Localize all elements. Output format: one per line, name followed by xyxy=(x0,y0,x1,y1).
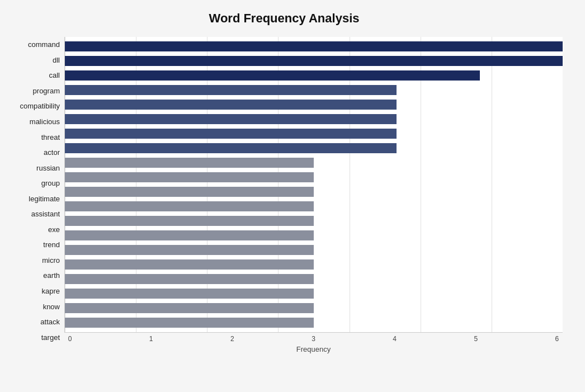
y-label-call: call xyxy=(49,72,60,79)
bar-row-exe xyxy=(65,214,563,228)
y-label-russian: russian xyxy=(36,164,60,172)
bar-threat xyxy=(65,129,397,139)
x-tick-1: 1 xyxy=(145,335,157,343)
bar-legitimate xyxy=(65,187,314,197)
bar-command xyxy=(65,41,563,51)
bars-and-x: 0123456 Frequency xyxy=(64,37,563,345)
bar-row-know xyxy=(65,286,563,301)
bar-row-russian xyxy=(65,155,563,170)
y-label-assistant: assistant xyxy=(31,210,60,218)
bar-call xyxy=(65,70,480,81)
bar-assistant xyxy=(65,201,314,211)
y-label-know: know xyxy=(43,303,60,310)
bar-know xyxy=(65,289,314,299)
bar-program xyxy=(65,85,397,95)
y-label-attack: attack xyxy=(40,318,60,325)
bar-row-kapre xyxy=(65,272,563,286)
bar-russian xyxy=(65,158,314,168)
bar-kapre xyxy=(65,274,314,284)
bar-row-group xyxy=(65,170,563,185)
y-axis: commanddllcallprogramcompatibilitymalici… xyxy=(6,37,64,345)
bar-row-call xyxy=(65,68,563,83)
bar-row-attack xyxy=(65,301,563,315)
bar-malicious xyxy=(65,114,397,124)
x-tick-2: 2 xyxy=(227,335,238,343)
bar-target xyxy=(65,318,314,328)
bar-row-micro xyxy=(65,243,563,257)
x-tick-0: 0 xyxy=(64,335,76,343)
y-label-malicious: malicious xyxy=(30,118,60,125)
y-label-command: command xyxy=(28,41,60,48)
bar-row-trend xyxy=(65,228,563,243)
y-label-compatibility: compatibility xyxy=(20,102,60,110)
bar-row-legitimate xyxy=(65,185,563,199)
bar-row-compatibility xyxy=(65,97,563,112)
chart-title: Word Frequency Analysis xyxy=(6,11,563,26)
bar-row-assistant xyxy=(65,199,563,214)
bar-earth xyxy=(65,259,314,270)
y-label-earth: earth xyxy=(43,272,60,279)
bar-row-actor xyxy=(65,141,563,155)
y-label-dll: dll xyxy=(53,56,60,64)
y-label-micro: micro xyxy=(42,257,60,264)
bar-micro xyxy=(65,245,314,255)
y-label-threat: threat xyxy=(41,134,60,141)
bar-actor xyxy=(65,143,397,153)
bar-attack xyxy=(65,303,314,313)
bar-dll xyxy=(65,56,563,66)
x-tick-3: 3 xyxy=(308,335,319,343)
y-label-group: group xyxy=(41,180,60,187)
bar-compatibility xyxy=(65,100,397,110)
y-label-legitimate: legitimate xyxy=(29,195,60,202)
x-tick-5: 5 xyxy=(470,335,482,343)
bar-group xyxy=(65,172,314,182)
y-label-target: target xyxy=(41,334,60,341)
y-label-actor: actor xyxy=(44,149,60,156)
bars-area xyxy=(64,37,563,333)
chart-area: commanddllcallprogramcompatibilitymalici… xyxy=(6,37,563,345)
bar-trend xyxy=(65,230,314,240)
x-tick-4: 4 xyxy=(389,335,400,343)
bar-row-target xyxy=(65,315,563,330)
bar-row-malicious xyxy=(65,112,563,126)
x-axis: 0123456 Frequency xyxy=(64,333,563,353)
x-ticks: 0123456 xyxy=(64,335,563,343)
bar-row-threat xyxy=(65,126,563,141)
x-axis-label: Frequency xyxy=(296,345,331,353)
y-label-trend: trend xyxy=(43,241,60,248)
chart-container: Word Frequency Analysis commanddllcallpr… xyxy=(0,0,585,392)
y-label-exe: exe xyxy=(48,226,60,233)
x-tick-6: 6 xyxy=(551,335,563,343)
bar-exe xyxy=(65,216,314,226)
bar-row-program xyxy=(65,83,563,97)
y-label-kapre: kapre xyxy=(41,287,60,295)
bar-row-command xyxy=(65,39,563,54)
y-label-program: program xyxy=(33,87,60,95)
bar-row-dll xyxy=(65,54,563,68)
bar-row-earth xyxy=(65,257,563,272)
